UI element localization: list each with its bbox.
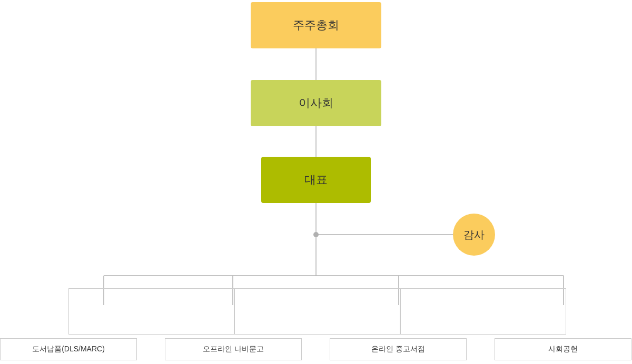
dept-section-3 [400,288,566,335]
dept-label-3: 온라인 중고서점 [330,338,467,360]
board-box: 이사회 [251,80,381,126]
dept-label-4: 사회공헌 [495,338,631,360]
dept-label-1: 도서납품(DLS/MARC) [0,338,137,360]
audit-label: 감사 [463,228,485,242]
ceo-label: 대표 [304,172,328,188]
shareholders-box: 주주총회 [251,2,381,48]
shareholders-label: 주주총회 [293,17,339,33]
dept-label-2: 오프라인 나비문고 [165,338,302,360]
dept-section-1 [68,288,234,335]
svg-point-10 [313,232,319,237]
bottom-label-row: 도서납품(DLS/MARC) 오프라인 나비문고 온라인 중고서점 사회공헌 [0,335,632,364]
dept-section-2 [234,288,400,335]
audit-circle: 감사 [453,214,495,256]
ceo-box: 대표 [261,157,371,203]
board-label: 이사회 [299,95,333,111]
org-chart: 주주총회 이사회 대표 감사 도서납품(DLS/MARC) 오프라인 나비문고 … [0,0,632,364]
